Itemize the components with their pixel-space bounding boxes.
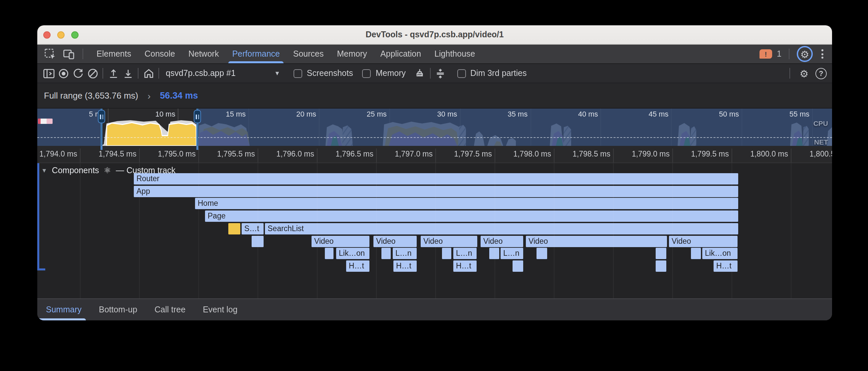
collapse-triangle-icon[interactable]: ▼ bbox=[41, 167, 47, 173]
reload-and-record-icon[interactable] bbox=[70, 66, 85, 80]
minimize-button[interactable] bbox=[57, 31, 65, 39]
bottom-tab-event-log[interactable]: Event log bbox=[194, 299, 246, 320]
collapse-sections-icon[interactable] bbox=[433, 66, 447, 80]
help-icon[interactable]: ? bbox=[815, 67, 827, 79]
tab-elements[interactable]: Elements bbox=[90, 45, 138, 63]
flame-bar-video[interactable]: Video bbox=[669, 235, 738, 247]
breadcrumb-selected-range[interactable]: 56.34 ms bbox=[160, 91, 198, 101]
tab-application[interactable]: Application bbox=[374, 45, 428, 63]
selected-track-bracket bbox=[37, 163, 39, 270]
flame-bar-s-t[interactable]: S…t bbox=[242, 223, 264, 234]
flame-bar-l-n[interactable]: L…n bbox=[393, 248, 417, 259]
bottom-tab-bottom-up[interactable]: Bottom-up bbox=[90, 299, 146, 320]
flame-gridline bbox=[139, 163, 140, 298]
capture-settings-gear-icon[interactable]: ⚙ bbox=[797, 66, 811, 80]
flame-bar-video[interactable]: Video bbox=[480, 235, 523, 247]
flame-chart[interactable]: ▼ Components ⚛ — Custom track RouterAppH… bbox=[37, 163, 832, 298]
flame-bar-h-t[interactable]: H…t bbox=[714, 260, 738, 272]
tab-sources[interactable]: Sources bbox=[286, 45, 331, 63]
memory-checkbox[interactable]: Memory bbox=[363, 68, 406, 78]
checkbox-box[interactable] bbox=[457, 69, 466, 78]
collect-garbage-icon[interactable] bbox=[412, 66, 427, 80]
flame-gridline bbox=[495, 163, 495, 298]
more-options-icon[interactable] bbox=[817, 49, 827, 59]
settings-gear-icon[interactable]: ⚙ bbox=[797, 46, 813, 62]
toolbar-right: ⚙ ? bbox=[787, 66, 832, 80]
macos-titlebar[interactable]: DevTools - qsvd7p.csb.app/video/1 bbox=[37, 25, 832, 45]
flame-bar-video[interactable]: Video bbox=[421, 235, 477, 247]
flame-bar[interactable] bbox=[656, 260, 666, 272]
flame-bar[interactable] bbox=[325, 248, 334, 259]
divider bbox=[430, 68, 430, 79]
flame-bar[interactable] bbox=[536, 248, 547, 259]
flame-bar[interactable] bbox=[489, 248, 499, 259]
checkbox-box[interactable] bbox=[363, 69, 371, 78]
flame-bar-h-t[interactable]: H…t bbox=[346, 260, 369, 272]
record-icon[interactable] bbox=[56, 66, 70, 80]
window-resize-handle-right[interactable] bbox=[194, 110, 201, 123]
breadcrumb-full-range[interactable]: Full range (3,653.76 ms) bbox=[44, 91, 138, 101]
ruler-label: 1,799.0 ms bbox=[611, 150, 670, 158]
flame-bar[interactable] bbox=[442, 248, 451, 259]
download-profile-icon[interactable] bbox=[121, 66, 135, 80]
panel-tabs: ElementsConsoleNetworkPerformanceSources… bbox=[90, 45, 482, 63]
dim-3rd-parties-checkbox[interactable]: Dim 3rd parties bbox=[457, 68, 527, 78]
flame-bar-app[interactable]: App bbox=[134, 186, 738, 197]
flame-bar[interactable] bbox=[228, 223, 240, 234]
upload-profile-icon[interactable] bbox=[106, 66, 121, 80]
zoom-button[interactable] bbox=[71, 31, 79, 39]
close-button[interactable] bbox=[43, 31, 51, 39]
flame-bar-l-n[interactable]: L…n bbox=[453, 248, 476, 259]
home-icon[interactable] bbox=[141, 66, 156, 80]
flame-gridline bbox=[554, 163, 555, 298]
screenshots-checkbox[interactable]: Screenshots bbox=[293, 68, 353, 78]
ruler-label: 1,795.0 ms bbox=[137, 150, 196, 158]
flame-bar[interactable] bbox=[381, 248, 391, 259]
window-title: DevTools - qsvd7p.csb.app/video/1 bbox=[366, 30, 504, 39]
tab-network[interactable]: Network bbox=[182, 45, 226, 63]
bottom-tab-summary[interactable]: Summary bbox=[37, 299, 90, 320]
flame-bar[interactable] bbox=[656, 248, 666, 259]
flame-gridline bbox=[732, 163, 732, 298]
ruler-label: 1,798.0 ms bbox=[493, 150, 551, 158]
tab-lighthouse[interactable]: Lighthouse bbox=[428, 45, 482, 63]
cpu-lane-label: CPU bbox=[813, 119, 828, 127]
performance-toolbar: qsvd7p.csb.app #1 ▼ Screenshots Memory D… bbox=[37, 64, 832, 83]
flame-bar-h-t[interactable]: H…t bbox=[393, 260, 417, 272]
flame-bar-l-n[interactable]: L…n bbox=[501, 248, 523, 259]
tab-performance[interactable]: Performance bbox=[226, 45, 286, 63]
device-toolbar-icon[interactable] bbox=[61, 47, 76, 61]
issues-icon[interactable]: ! bbox=[760, 49, 772, 59]
flame-bar-video[interactable]: Video bbox=[526, 235, 667, 247]
flame-bar-video[interactable]: Video bbox=[312, 235, 369, 247]
tab-console[interactable]: Console bbox=[138, 45, 182, 63]
flame-bar-searchlist[interactable]: SearchList bbox=[265, 223, 738, 234]
flame-bar-router[interactable]: Router bbox=[134, 173, 738, 184]
flame-bar-page[interactable]: Page bbox=[205, 210, 738, 222]
network-request-bar bbox=[38, 119, 53, 124]
window-resize-handle-left[interactable] bbox=[98, 110, 105, 123]
flame-bar-lik-on[interactable]: Lik…on bbox=[702, 248, 738, 259]
flame-gridline bbox=[317, 163, 317, 298]
flame-bar-home[interactable]: Home bbox=[195, 198, 738, 209]
timeline-ruler[interactable]: 1,794.0 ms1,794.5 ms1,795.0 ms1,795.5 ms… bbox=[37, 146, 832, 163]
bottom-tab-call-tree[interactable]: Call tree bbox=[146, 299, 194, 320]
issues-count[interactable]: 1 bbox=[777, 49, 781, 59]
flame-bar-video[interactable]: Video bbox=[373, 235, 417, 247]
timeline-overview[interactable]: 5 ms10 ms15 ms20 ms25 ms30 ms35 ms40 ms4… bbox=[37, 109, 832, 146]
ruler-label: 1,797.0 ms bbox=[374, 150, 433, 158]
target-selector[interactable]: qsvd7p.csb.app #1 ▼ bbox=[162, 68, 284, 78]
clear-icon[interactable] bbox=[85, 66, 100, 80]
inspect-element-icon[interactable] bbox=[42, 47, 57, 61]
flame-bar-lik-on[interactable]: Lik…on bbox=[336, 248, 369, 259]
details-tabbar: SummaryBottom-upCall treeEvent log bbox=[37, 298, 832, 320]
screen: DevTools - qsvd7p.csb.app/video/1 Elemen… bbox=[0, 0, 868, 371]
toggle-sidebar-icon[interactable] bbox=[41, 66, 56, 80]
tab-memory[interactable]: Memory bbox=[331, 45, 374, 63]
checkbox-box[interactable] bbox=[293, 69, 302, 78]
flame-bar[interactable] bbox=[513, 260, 523, 272]
ruler-label: 1,799.5 ms bbox=[670, 150, 729, 158]
flame-bar[interactable] bbox=[691, 248, 701, 259]
flame-gridline bbox=[613, 163, 614, 298]
flame-bar-h-t[interactable]: H…t bbox=[453, 260, 476, 272]
